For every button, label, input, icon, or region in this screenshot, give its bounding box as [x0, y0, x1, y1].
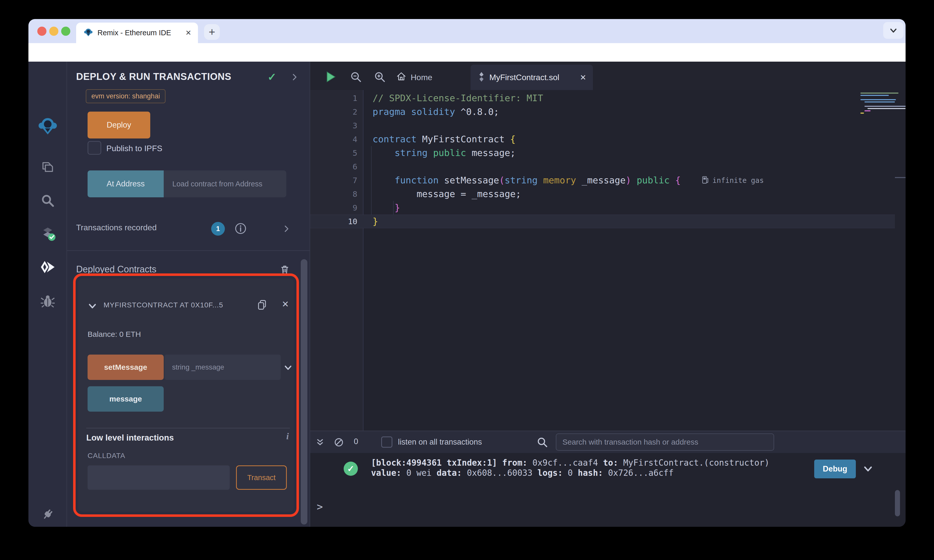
tx-success-check-icon: ✓	[344, 462, 358, 476]
debug-button[interactable]: Debug	[814, 460, 856, 478]
editor-minimap[interactable]	[860, 92, 899, 115]
panel-title: DEPLOY & RUN TRANSACTIONS	[76, 71, 231, 82]
browser-tab-strip: Remix - Ethereum IDE ✕ +	[28, 19, 906, 43]
gas-estimate-annotation: infinite gas	[702, 174, 764, 186]
indent-guide	[371, 146, 371, 215]
tab-title: Remix - Ethereum IDE	[97, 29, 185, 37]
publish-ipfs-label: Publish to IPFS	[106, 144, 162, 153]
line-numbers: 12345678910	[310, 91, 358, 228]
expand-args-chevron-icon[interactable]	[283, 363, 293, 374]
browser-toolbar: remix.ethereum.org/#lang=en&optimize=fal…	[28, 43, 906, 62]
home-icon	[396, 71, 407, 84]
tab-search-chevron-icon[interactable]	[883, 22, 903, 39]
tab-close-icon[interactable]: ✕	[185, 29, 191, 37]
transactions-chevron-right-icon[interactable]	[282, 225, 291, 234]
contract-collapse-chevron-icon[interactable]	[87, 301, 97, 312]
tab-myfirstcontract-sol[interactable]: MyFirstContract.sol ✕	[470, 65, 593, 90]
low-level-info-icon[interactable]: i	[286, 431, 289, 442]
file-explorer-icon[interactable]	[39, 157, 57, 176]
transact-button[interactable]: Transact	[236, 465, 287, 490]
solidity-file-icon	[478, 72, 485, 83]
remix-icon-rail	[28, 62, 67, 527]
clear-console-icon[interactable]	[333, 437, 344, 449]
panel-divider	[67, 250, 310, 251]
new-tab-button[interactable]: +	[204, 24, 220, 40]
terminal-scrollbar[interactable]	[895, 490, 900, 516]
deploy-button[interactable]: Deploy	[88, 112, 150, 138]
set-message-arg-input[interactable]	[165, 355, 281, 380]
plugin-manager-icon[interactable]	[39, 505, 57, 523]
transactions-count-badge: 1	[211, 222, 225, 235]
gas-annotation-label: infinite gas	[712, 176, 764, 185]
remix-logo-icon	[39, 117, 57, 135]
contract-balance: Balance: 0 ETH	[88, 330, 141, 338]
panel-chevron-right-icon[interactable]	[290, 73, 299, 82]
search-icon[interactable]	[39, 191, 57, 210]
copy-address-icon[interactable]	[256, 299, 268, 311]
transaction-search-input[interactable]	[556, 434, 774, 451]
calldata-input[interactable]	[88, 465, 230, 490]
terminal-prompt[interactable]: >	[317, 501, 323, 512]
run-script-play-icon[interactable]	[324, 71, 336, 84]
debugger-icon[interactable]	[39, 291, 57, 310]
solidity-compiler-icon[interactable]	[39, 224, 57, 242]
contract-instance-title: MYFIRSTCONTRACT AT 0X10F...5	[103, 300, 253, 311]
tab-home[interactable]: Home	[396, 65, 452, 90]
panel-check-icon: ✓	[268, 71, 276, 83]
terminal-collapse-icon[interactable]	[315, 437, 325, 449]
remove-contract-icon[interactable]: ✕	[282, 299, 289, 309]
card-divider	[86, 428, 290, 428]
listen-transactions-label: listen on all transactions	[398, 437, 482, 447]
file-tab-label: MyFirstContract.sol	[489, 73, 559, 82]
macos-zoom-button[interactable]	[61, 27, 70, 36]
home-tab-label: Home	[411, 73, 432, 82]
deploy-run-icon[interactable]	[39, 258, 57, 276]
set-message-button[interactable]: setMessage	[88, 355, 164, 380]
terminal-search-icon	[536, 437, 548, 449]
browser-window: Remix - Ethereum IDE ✕ + remix.ethereum.…	[28, 19, 906, 527]
tx-log-line-1[interactable]: [block:4994361 txIndex:1] from: 0x9cf...…	[371, 458, 818, 468]
listen-transactions-checkbox[interactable]	[381, 437, 392, 448]
message-getter-button[interactable]: message	[88, 386, 164, 412]
calldata-label: CALLDATA	[88, 452, 125, 460]
transactions-info-icon[interactable]	[234, 222, 247, 235]
editor-zoom-in-icon[interactable]	[374, 71, 386, 84]
panel-scrollbar[interactable]	[301, 259, 307, 525]
load-contract-address-input[interactable]	[164, 171, 286, 197]
low-level-interactions-title: Low level interactions	[86, 433, 174, 443]
evm-version-badge: evm version: shanghai	[86, 89, 165, 103]
at-address-button[interactable]: At Address	[88, 171, 164, 197]
publish-ipfs-checkbox[interactable]	[88, 141, 101, 155]
file-tab-close-icon[interactable]: ✕	[580, 73, 586, 82]
macos-minimize-button[interactable]	[49, 27, 59, 36]
expand-log-chevron-icon[interactable]	[862, 463, 874, 475]
browser-tab[interactable]: Remix - Ethereum IDE ✕	[76, 23, 198, 43]
macos-close-button[interactable]	[37, 27, 46, 36]
editor-zoom-out-icon[interactable]	[350, 71, 362, 84]
tx-log-line-2[interactable]: value: 0 wei data: 0x608...60033 logs: 0…	[371, 468, 818, 478]
code-content[interactable]: // SPDX-License-Identifier: MITpragma so…	[373, 91, 681, 228]
remix-favicon-icon	[84, 28, 93, 38]
transactions-recorded-label: Transactions recorded	[76, 223, 157, 232]
pending-tx-count: 0	[354, 437, 358, 446]
gas-pump-icon	[702, 175, 709, 186]
editor-scrollbar-marker[interactable]	[895, 177, 906, 178]
deployed-contracts-title: Deployed Contracts	[76, 264, 156, 275]
